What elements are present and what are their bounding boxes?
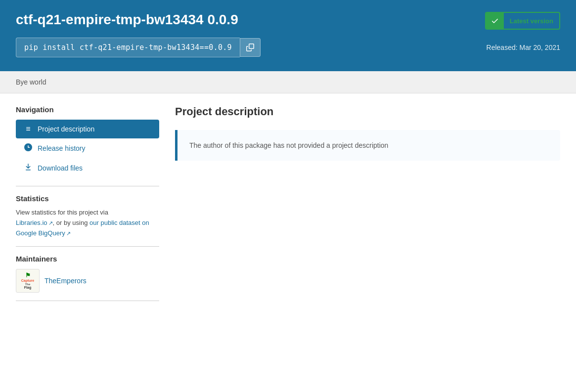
statistics-title: Statistics: [16, 194, 159, 203]
maintainer-row: ⚑ Capture The Flag TheEmperors: [16, 269, 159, 293]
stats-connector: , or by using: [53, 219, 88, 226]
maintainer-name-text: TheEmperors: [44, 277, 87, 285]
nav-item-label-download-files: Download files: [38, 164, 83, 172]
main-layout: Navigation ≡ Project description Release…: [0, 93, 576, 321]
avatar: ⚑ Capture The Flag: [16, 269, 40, 293]
sidebar: Navigation ≡ Project description Release…: [16, 105, 159, 309]
page-header: ctf-q21-empire-tmp-bw13434 0.0.9 Latest …: [0, 0, 576, 71]
maintainer-link[interactable]: TheEmperors: [44, 277, 87, 285]
sidebar-item-project-description[interactable]: ≡ Project description: [16, 120, 159, 138]
main-content: Project description The author of this p…: [175, 105, 560, 309]
copy-button[interactable]: [240, 38, 261, 57]
description-text: The author of this package has not provi…: [189, 141, 388, 149]
content-title: Project description: [175, 105, 560, 118]
list-icon: ≡: [24, 125, 33, 133]
checkmark-icon: [486, 13, 504, 29]
copy-icon: [246, 44, 254, 51]
maintainers-bottom-divider: [16, 301, 159, 301]
external-link-icon-libraries: ↗: [48, 220, 53, 226]
sidebar-item-download-files[interactable]: Download files: [16, 158, 159, 178]
subtitle-text: Bye world: [16, 78, 46, 86]
statistics-description: View statistics for this project via Lib…: [16, 208, 159, 238]
pip-command-text: pip install ctf-q21-empire-tmp-bw13434==…: [16, 38, 240, 57]
libraries-io-link[interactable]: Libraries.io↗: [16, 219, 53, 226]
pip-command-container: pip install ctf-q21-empire-tmp-bw13434==…: [16, 38, 261, 57]
navigation-section: Navigation ≡ Project description Release…: [16, 105, 159, 178]
latest-version-label: Latest version: [504, 13, 559, 29]
history-icon: [24, 143, 33, 153]
maintainers-section: Maintainers ⚑ Capture The Flag TheEmpero…: [16, 255, 159, 293]
released-date: Released: Mar 20, 2021: [487, 44, 560, 51]
latest-version-badge[interactable]: Latest version: [485, 12, 560, 30]
subtitle-bar: Bye world: [0, 71, 576, 93]
download-icon: [24, 163, 33, 173]
external-link-icon-bigquery: ↗: [66, 230, 71, 236]
navigation-title: Navigation: [16, 105, 159, 114]
stats-text-prefix: View statistics for this project via: [16, 209, 108, 216]
description-box: The author of this package has not provi…: [175, 130, 560, 161]
statistics-section: Statistics View statistics for this proj…: [16, 194, 159, 238]
nav-stats-divider: [16, 186, 159, 186]
nav-item-label-project-description: Project description: [38, 125, 94, 133]
stats-maintainers-divider: [16, 246, 159, 247]
sidebar-item-release-history[interactable]: Release history: [16, 138, 159, 158]
nav-item-label-release-history: Release history: [38, 144, 86, 152]
package-title: ctf-q21-empire-tmp-bw13434 0.0.9: [16, 12, 238, 28]
maintainers-title: Maintainers: [16, 255, 159, 263]
